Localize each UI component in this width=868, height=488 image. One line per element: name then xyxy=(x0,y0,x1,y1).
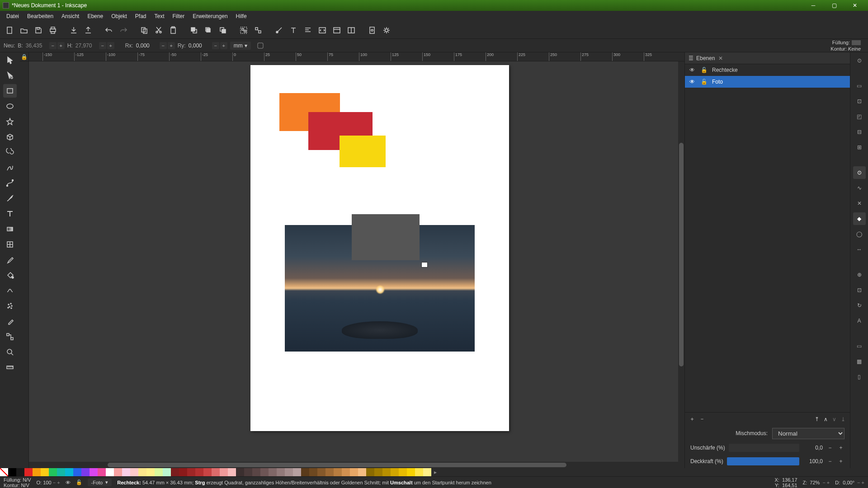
palette-swatch[interactable] xyxy=(90,468,98,476)
menu-datei[interactable]: Datei xyxy=(3,12,23,21)
vertical-scrollbar[interactable] xyxy=(678,61,684,468)
ruler-corner[interactable]: 🔒 xyxy=(20,52,29,61)
palette-swatch[interactable] xyxy=(374,468,382,476)
visibility-toggle-icon[interactable]: 👁 xyxy=(689,79,696,85)
redo-button[interactable] xyxy=(117,23,130,37)
ry-inc[interactable]: + xyxy=(220,42,227,49)
rx-value[interactable]: 0,000 xyxy=(136,42,157,49)
palette-swatch[interactable] xyxy=(98,468,106,476)
opacity-slider[interactable] xyxy=(727,457,799,465)
undo-button[interactable] xyxy=(102,23,116,37)
menu-objekt[interactable]: Objekt xyxy=(108,12,131,21)
palette-swatch[interactable] xyxy=(24,468,33,476)
export-button[interactable] xyxy=(81,23,95,37)
opacity-inc[interactable]: + xyxy=(837,458,844,465)
mesh-tool[interactable] xyxy=(3,238,17,251)
snap-page-icon[interactable]: ▭ xyxy=(853,340,866,352)
palette-swatch[interactable] xyxy=(423,468,431,476)
layer-top-button[interactable]: ⤒ xyxy=(815,416,819,422)
palette-swatch[interactable] xyxy=(171,468,179,476)
spray-tool[interactable] xyxy=(3,299,17,313)
menu-filter[interactable]: Filter xyxy=(169,12,189,21)
palette-swatch[interactable] xyxy=(33,468,41,476)
blend-mode-select[interactable]: Normal xyxy=(772,428,844,439)
palette-swatch[interactable] xyxy=(260,468,269,476)
snap-smooth-icon[interactable]: ◯ xyxy=(853,228,866,240)
palette-swatch[interactable] xyxy=(415,468,423,476)
palette-none[interactable] xyxy=(0,468,8,476)
ungroup-button[interactable] xyxy=(251,23,265,37)
opacity-dec[interactable]: − xyxy=(826,458,834,465)
layer-up-button[interactable]: ∧ xyxy=(824,416,828,422)
snap-object-center-icon[interactable]: ⊡ xyxy=(853,284,866,296)
group-button[interactable] xyxy=(237,23,250,37)
palette-swatch[interactable] xyxy=(81,468,90,476)
palette-swatch[interactable] xyxy=(236,468,244,476)
palette-swatch[interactable] xyxy=(391,468,399,476)
ruler-vertical[interactable] xyxy=(20,61,29,468)
snap-toggle-icon[interactable]: ⊙ xyxy=(853,54,866,67)
palette-swatch[interactable] xyxy=(382,468,391,476)
palette-swatch[interactable] xyxy=(163,468,171,476)
status-opacity[interactable]: O: 100 − + xyxy=(37,480,60,485)
shape-rect-yellow[interactable] xyxy=(340,136,386,167)
objects-button[interactable] xyxy=(330,23,344,37)
opacity-value[interactable]: 100,0 xyxy=(803,458,823,465)
horizontal-scrollbar[interactable] xyxy=(29,462,684,468)
calligraphy-tool[interactable] xyxy=(3,192,17,205)
palette-swatch[interactable] xyxy=(293,468,301,476)
palette-swatch[interactable] xyxy=(114,468,122,476)
menu-bearbeiten[interactable]: Bearbeiten xyxy=(24,12,57,21)
blur-value[interactable]: 0,0 xyxy=(803,445,823,451)
rx-inc[interactable]: + xyxy=(168,42,175,49)
box3d-tool[interactable] xyxy=(3,130,17,144)
menu-hilfe[interactable]: Hilfe xyxy=(232,12,250,21)
palette-swatch[interactable] xyxy=(106,468,114,476)
palette-swatch[interactable] xyxy=(203,468,212,476)
snap-edge-icon[interactable]: ⊡ xyxy=(853,95,866,108)
snap-other-icon[interactable]: ⊕ xyxy=(853,268,866,281)
snap-guide-icon[interactable]: ▯ xyxy=(853,371,866,383)
ellipse-tool[interactable] xyxy=(3,99,17,113)
snap-path-icon[interactable]: ∿ xyxy=(853,182,866,194)
menu-ansicht[interactable]: Ansicht xyxy=(58,12,83,21)
palette-swatch[interactable] xyxy=(146,468,155,476)
print-button[interactable] xyxy=(46,23,60,37)
snap-node-icon[interactable]: ⊙ xyxy=(853,166,866,179)
node-tool[interactable] xyxy=(3,69,17,82)
palette-swatch[interactable] xyxy=(244,468,252,476)
paste-button[interactable] xyxy=(166,23,180,37)
palette-swatch[interactable] xyxy=(57,468,65,476)
height-dec[interactable]: − xyxy=(99,42,106,49)
bezier-tool[interactable] xyxy=(3,176,17,190)
palette-swatch[interactable] xyxy=(65,468,73,476)
palette-swatch[interactable] xyxy=(309,468,317,476)
text-props-button[interactable] xyxy=(287,23,300,37)
layer-down-button[interactable]: ∨ xyxy=(832,416,836,422)
close-button[interactable]: ✕ xyxy=(844,0,865,11)
snap-cusp-icon[interactable]: ◆ xyxy=(853,212,866,225)
status-lock-icon[interactable]: 🔓 xyxy=(76,479,82,485)
layer-name[interactable]: Foto xyxy=(712,79,723,85)
blur-inc[interactable]: + xyxy=(837,445,844,451)
tweak-tool[interactable] xyxy=(3,284,17,297)
snap-rotation-icon[interactable]: ↻ xyxy=(853,299,866,312)
palette-swatch[interactable] xyxy=(187,468,195,476)
copy-button[interactable] xyxy=(137,23,151,37)
palette-swatch[interactable] xyxy=(212,468,220,476)
status-rotation[interactable]: D:0,00°− + xyxy=(835,480,864,485)
snap-text-icon[interactable]: A xyxy=(853,314,866,327)
raise-top-button[interactable] xyxy=(187,23,201,37)
ry-dec[interactable]: − xyxy=(212,42,219,49)
minimize-button[interactable]: ─ xyxy=(803,0,824,11)
palette-swatch[interactable] xyxy=(130,468,138,476)
palette-swatch[interactable] xyxy=(277,468,285,476)
snap-line-icon[interactable]: ↔ xyxy=(853,243,866,256)
panel-close-button[interactable]: ✕ xyxy=(718,55,723,61)
new-button[interactable] xyxy=(3,23,16,37)
palette-swatch[interactable] xyxy=(195,468,203,476)
palette-swatch[interactable] xyxy=(16,468,24,476)
blur-dec[interactable]: − xyxy=(826,445,834,451)
menu-erweiterungen[interactable]: Erweiterungen xyxy=(189,12,231,21)
palette-swatch[interactable] xyxy=(252,468,260,476)
